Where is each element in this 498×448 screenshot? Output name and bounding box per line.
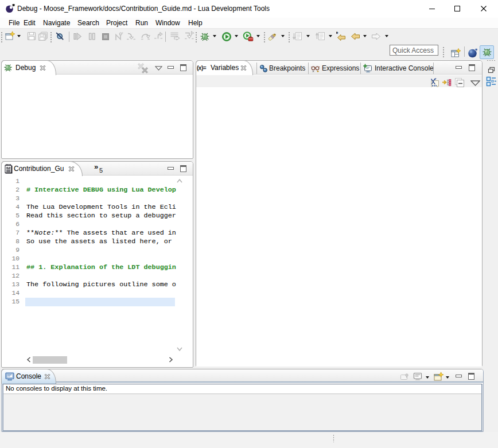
svg-text:*: * <box>336 32 339 37</box>
